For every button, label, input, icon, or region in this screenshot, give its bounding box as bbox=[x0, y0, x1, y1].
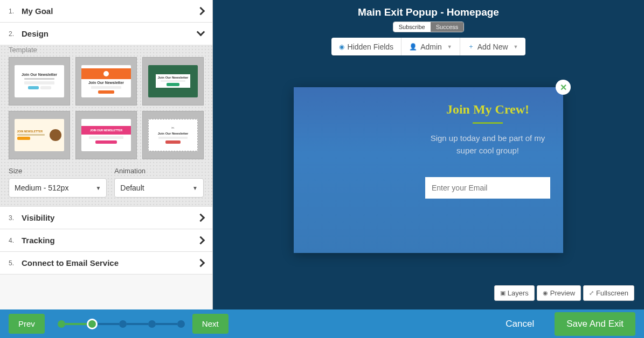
progress-stepper bbox=[58, 319, 185, 329]
chevron-right-icon bbox=[198, 259, 204, 267]
user-icon: 👤 bbox=[409, 43, 417, 51]
heading-underline bbox=[473, 122, 503, 124]
cancel-button[interactable]: Cancel bbox=[505, 319, 534, 329]
step-number: 4. bbox=[9, 237, 22, 244]
tab-subscribe[interactable]: Subscribe bbox=[393, 22, 431, 32]
tab-success[interactable]: Success bbox=[431, 22, 464, 32]
caret-down-icon: ▼ bbox=[95, 185, 101, 191]
step-title: Design bbox=[22, 29, 49, 38]
sidebar: 1. My Goal 2. Design Template bbox=[0, 0, 213, 309]
chevron-down-icon bbox=[198, 29, 204, 38]
step-dot-active[interactable] bbox=[87, 319, 98, 329]
step-dot[interactable] bbox=[148, 320, 156, 328]
caret-down-icon: ▼ bbox=[514, 44, 518, 50]
popup-subtext[interactable]: Sign up today and be part of my super co… bbox=[425, 132, 550, 157]
step-line bbox=[156, 323, 177, 325]
animation-label: Animation bbox=[114, 167, 204, 175]
next-button[interactable]: Next bbox=[192, 314, 228, 334]
step-connect-email[interactable]: 5. Connect to Email Service bbox=[0, 252, 212, 274]
chevron-right-icon bbox=[198, 236, 204, 245]
template-option-3[interactable]: Join Our Newsletter bbox=[142, 57, 204, 105]
step-title: Tracking bbox=[22, 236, 55, 245]
canvas: Main Exit Popup - Homepage Subscribe Suc… bbox=[213, 0, 644, 309]
design-panel: Template Join Our Newsletter bbox=[0, 45, 212, 206]
step-dot[interactable] bbox=[119, 320, 127, 328]
size-select[interactable]: Medium - 512px ▼ bbox=[9, 178, 107, 198]
add-new-button[interactable]: ＋ Add New ▼ bbox=[460, 38, 526, 55]
step-number: 1. bbox=[9, 8, 22, 15]
template-option-4[interactable]: JOIN NEWSLETTER bbox=[9, 111, 70, 159]
step-line bbox=[98, 323, 119, 325]
animation-value: Default bbox=[120, 184, 144, 192]
canvas-toolbar: ◉ Hidden Fields 👤 Admin ▼ ＋ Add New ▼ bbox=[331, 38, 526, 55]
page-title: Main Exit Popup - Homepage bbox=[213, 6, 644, 18]
popup-heading[interactable]: Join My Crew! bbox=[425, 102, 550, 117]
size-value: Medium - 512px bbox=[15, 184, 68, 192]
eye-icon: ◉ bbox=[543, 290, 548, 297]
layers-icon: ▣ bbox=[500, 290, 505, 297]
step-number: 3. bbox=[9, 214, 22, 222]
step-my-goal[interactable]: 1. My Goal bbox=[0, 0, 212, 23]
prev-button[interactable]: Prev bbox=[9, 314, 45, 334]
expand-icon: ⤢ bbox=[589, 290, 594, 297]
template-option-5[interactable]: JOIN OUR NEWSLETTER bbox=[75, 111, 137, 159]
step-number: 5. bbox=[9, 259, 22, 267]
fullscreen-button[interactable]: ⤢ Fullscreen bbox=[583, 285, 634, 301]
step-title: Connect to Email Service bbox=[22, 258, 119, 267]
floating-tools: ▣ Layers ◉ Preview ⤢ Fullscreen bbox=[494, 285, 634, 301]
template-option-2[interactable]: Join Our Newsletter bbox=[75, 57, 137, 105]
preview-button[interactable]: ◉ Preview bbox=[537, 285, 581, 301]
caret-down-icon: ▼ bbox=[192, 185, 198, 191]
eye-icon: ◉ bbox=[339, 43, 344, 51]
template-grid: Join Our Newsletter Join Our Newsletter bbox=[9, 57, 204, 159]
hidden-fields-button[interactable]: ◉ Hidden Fields bbox=[331, 38, 402, 55]
step-design[interactable]: 2. Design Template Join Our Newsletter bbox=[0, 23, 212, 207]
popup-preview[interactable]: ✕ Join My Crew! Sign up today and be par… bbox=[294, 87, 563, 253]
layers-button[interactable]: ▣ Layers bbox=[494, 285, 535, 301]
step-title: My Goal bbox=[22, 6, 53, 16]
template-option-1[interactable]: Join Our Newsletter bbox=[9, 57, 70, 105]
chevron-right-icon bbox=[198, 7, 204, 16]
template-option-6[interactable]: ✂ Join Our Newsletter bbox=[142, 111, 204, 159]
plus-icon: ＋ bbox=[468, 42, 474, 51]
view-tabs: Subscribe Success bbox=[393, 22, 465, 32]
footer: Prev Next Cancel Save And Exit bbox=[0, 309, 644, 338]
animation-select[interactable]: Default ▼ bbox=[114, 178, 204, 198]
step-title: Visibility bbox=[22, 213, 54, 222]
step-dot[interactable] bbox=[58, 320, 65, 328]
size-label: Size bbox=[9, 167, 107, 175]
caret-down-icon: ▼ bbox=[447, 44, 452, 50]
save-and-exit-button[interactable]: Save And Exit bbox=[555, 312, 635, 336]
step-dot[interactable] bbox=[177, 320, 185, 328]
step-visibility[interactable]: 3. Visibility bbox=[0, 207, 212, 229]
step-tracking[interactable]: 4. Tracking bbox=[0, 229, 212, 252]
admin-button[interactable]: 👤 Admin ▼ bbox=[401, 38, 460, 55]
step-line bbox=[127, 323, 148, 325]
step-line bbox=[65, 323, 87, 325]
email-input[interactable] bbox=[425, 177, 550, 199]
chevron-right-icon bbox=[198, 214, 204, 222]
step-number: 2. bbox=[9, 30, 22, 38]
template-label: Template bbox=[9, 46, 204, 54]
